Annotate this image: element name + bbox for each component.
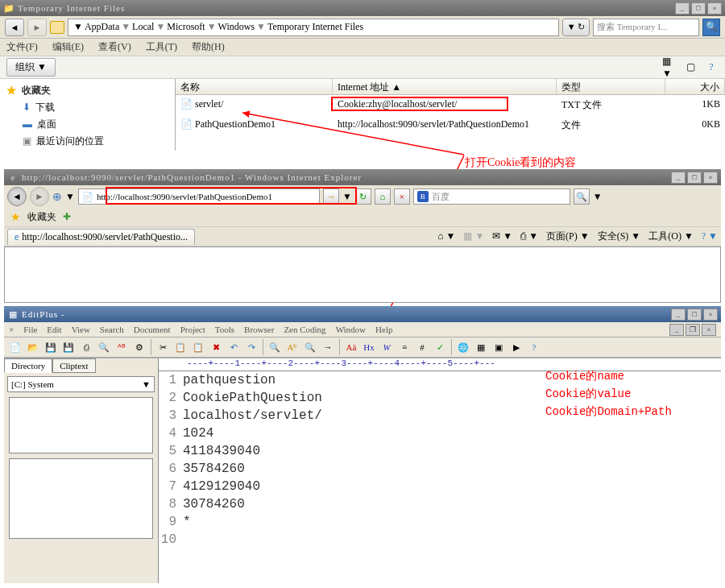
menu-file[interactable]: File <box>23 325 37 334</box>
window-icon[interactable]: ▦ <box>473 339 489 355</box>
tab-directory[interactable]: Directory <box>4 358 52 373</box>
paste-icon[interactable]: 📋 <box>190 339 206 355</box>
col-name[interactable]: 名称 <box>176 79 333 94</box>
sidebar-item-recent[interactable]: ▣最近访问的位置 <box>0 133 175 150</box>
col-type[interactable]: 类型 <box>557 79 665 94</box>
organize-button[interactable]: 组织 ▼ <box>6 58 56 77</box>
run-icon[interactable]: ▶ <box>508 339 524 355</box>
case-icon[interactable]: Aā <box>343 339 359 355</box>
editor-line[interactable]: 41024 <box>159 424 721 442</box>
editor-line[interactable]: 830784260 <box>159 495 721 513</box>
menu-window[interactable]: Window <box>336 325 366 334</box>
mail-icon[interactable]: ✉ ▼ <box>492 230 512 242</box>
back-button[interactable]: ◄ <box>7 187 27 206</box>
forward-button[interactable]: ► <box>27 19 47 36</box>
terminal-icon[interactable]: ▣ <box>491 339 507 355</box>
open-icon[interactable]: 📂 <box>25 339 41 355</box>
menu-view[interactable]: 查看(V) <box>98 40 131 54</box>
new-icon[interactable]: 📄 <box>7 339 23 355</box>
menu-edit[interactable]: Edit <box>47 325 61 334</box>
save-icon[interactable]: 💾 <box>43 339 59 355</box>
hex-icon[interactable]: Hx <box>361 339 377 355</box>
tools-menu[interactable]: 工具(O) ▼ <box>648 230 694 243</box>
editor-line[interactable]: 54118439040 <box>159 442 721 460</box>
home-icon[interactable]: ⌂ ▼ <box>437 230 455 242</box>
menu-tools[interactable]: Tools <box>215 325 234 334</box>
search-button[interactable]: 🔍 <box>702 19 720 36</box>
editor-line[interactable]: 10 <box>159 531 721 549</box>
browser-icon[interactable]: 🌐 <box>455 339 471 355</box>
editor-area[interactable]: ----+----1----+----2----+----3----+----4… <box>159 358 721 583</box>
cut-icon[interactable]: ✂ <box>155 339 171 355</box>
print-icon[interactable]: ⎙ <box>78 339 94 355</box>
menu-document[interactable]: Document <box>134 325 171 334</box>
settings-icon[interactable]: ⚙ <box>131 339 147 355</box>
menu-help[interactable]: Help <box>375 325 392 334</box>
add-favorite-icon[interactable]: ✚ <box>63 211 71 223</box>
menu-help[interactable]: 帮助(H) <box>192 40 225 54</box>
tab-cliptext[interactable]: Cliptext <box>52 358 95 373</box>
refresh-dropdown[interactable]: ▼ ↻ <box>562 19 590 36</box>
saveall-icon[interactable]: 💾 <box>60 339 77 355</box>
copy-icon[interactable]: 📋 <box>172 339 188 355</box>
sidebar-item-desktop[interactable]: ▬桌面 <box>0 116 175 133</box>
col-addr[interactable]: Internet 地址 ▲ <box>333 79 557 94</box>
minimize-button[interactable]: _ <box>675 2 690 14</box>
print-icon[interactable]: ⎙ ▼ <box>520 230 538 242</box>
menu-browser[interactable]: Browser <box>244 325 274 334</box>
stop-button[interactable]: × <box>394 188 410 205</box>
editor-line[interactable]: 74129129040 <box>159 478 721 495</box>
doc-restore[interactable]: ❐ <box>686 324 700 336</box>
directory-tree[interactable] <box>9 397 153 453</box>
dropdown-icon[interactable]: ▼ <box>65 191 75 203</box>
check-icon[interactable]: ✓ <box>432 339 448 355</box>
drive-select[interactable]: [C:] System▼ <box>7 376 155 392</box>
undo-icon[interactable]: ↶ <box>226 339 242 355</box>
menu-tools[interactable]: 工具(T) <box>146 40 177 54</box>
editor-line[interactable]: 635784260 <box>159 460 721 478</box>
view-icon[interactable]: ▦ ▼ <box>662 61 677 74</box>
rss-icon[interactable]: ▦ ▼ <box>463 230 484 242</box>
doc-minimize[interactable]: _ <box>669 324 684 336</box>
safety-menu[interactable]: 安全(S) ▼ <box>598 230 641 243</box>
redo-icon[interactable]: ↷ <box>243 339 259 355</box>
word-icon[interactable]: W <box>379 339 395 355</box>
spell-icon[interactable]: ᴬᴮ <box>114 339 130 355</box>
findfiles-icon[interactable]: 🔍 <box>302 339 318 355</box>
editor-line[interactable]: 9* <box>159 513 721 531</box>
goto-icon[interactable]: → <box>320 339 336 355</box>
help-icon[interactable]: ? ▼ <box>702 230 718 242</box>
col-size[interactable]: 大小 <box>665 79 725 94</box>
menu-zencoding[interactable]: Zen Coding <box>284 325 325 334</box>
delete-icon[interactable]: ✖ <box>208 339 224 355</box>
indent-icon[interactable]: ≡ <box>396 339 412 355</box>
preview-icon[interactable]: ▢ <box>683 61 698 74</box>
menu-edit[interactable]: 编辑(E) <box>52 40 84 54</box>
search-button[interactable]: 🔍 <box>574 188 590 205</box>
list-row[interactable]: 📄 PathQuestionDemo1 http://localhost:909… <box>176 115 725 135</box>
menu-view[interactable]: View <box>72 325 90 334</box>
sidebar-favorites[interactable]: ★收藏夹 <box>0 82 175 99</box>
breadcrumb[interactable]: ▼ AppData▼ Local▼ Microsoft▼ Windows▼ Te… <box>68 19 559 36</box>
menu-search[interactable]: Search <box>100 325 124 334</box>
comment-icon[interactable]: # <box>414 339 430 355</box>
sidebar-item-downloads[interactable]: ⬇下载 <box>0 99 175 116</box>
forward-button[interactable]: ► <box>30 187 49 206</box>
favorites-label[interactable]: 收藏夹 <box>27 210 56 224</box>
refresh-button[interactable]: ↻ <box>355 188 371 205</box>
menu-file[interactable]: 文件(F) <box>6 40 38 54</box>
tab[interactable]: e http://localhost:9090/servlet/PathQues… <box>7 229 195 245</box>
find-icon[interactable]: 🔍 <box>267 339 283 355</box>
doc-close-icon[interactable]: × <box>9 325 14 334</box>
compat-icon[interactable]: ⊕ <box>52 190 62 204</box>
close-button[interactable]: × <box>703 172 718 184</box>
close-button[interactable]: × <box>703 308 718 321</box>
back-button[interactable]: ◄ <box>5 19 24 36</box>
page-menu[interactable]: 页面(P) ▼ <box>546 230 590 243</box>
doc-close[interactable]: × <box>702 324 716 336</box>
preview-icon[interactable]: 🔍 <box>96 339 112 355</box>
help-icon[interactable]: ? <box>526 339 542 355</box>
maximize-button[interactable]: □ <box>691 2 706 14</box>
maximize-button[interactable]: □ <box>687 308 702 321</box>
maximize-button[interactable]: □ <box>687 172 702 184</box>
